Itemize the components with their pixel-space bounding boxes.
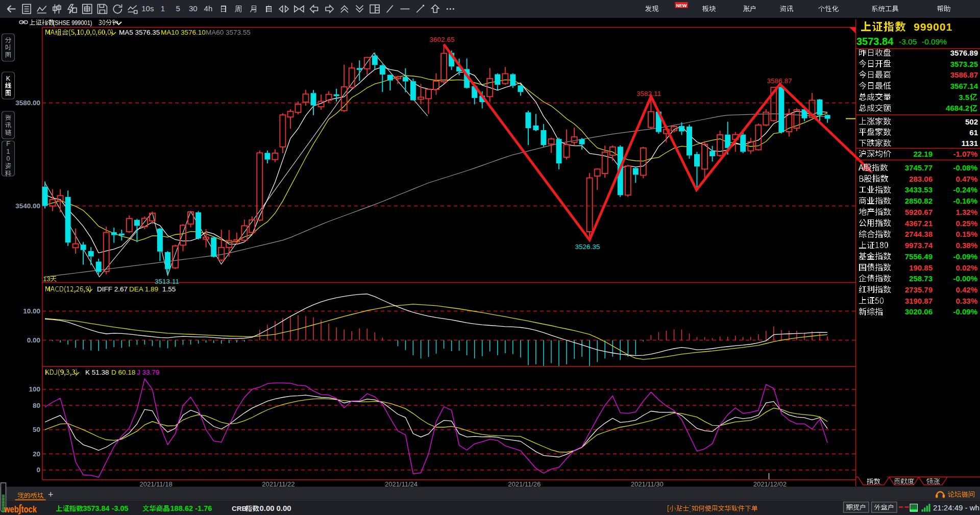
svg-text:3745.77: 3745.77 [905, 163, 933, 172]
svg-text:3573.25: 3573.25 [950, 60, 978, 68]
svg-text:999001: 999001 [914, 21, 952, 33]
svg-text:K 51.38: K 51.38 [85, 369, 109, 376]
svg-text:30: 30 [189, 4, 198, 13]
svg-text:0.42%: 0.42% [955, 285, 977, 294]
svg-text:3582.11: 3582.11 [636, 90, 661, 97]
svg-text:0.15%: 0.15% [955, 230, 977, 238]
svg-text:20: 20 [33, 450, 40, 458]
svg-text:D 60.18: D 60.18 [111, 369, 135, 376]
svg-text:4h: 4h [204, 4, 213, 13]
svg-text:3513.11: 3513.11 [155, 278, 179, 285]
svg-text:-0.09%: -0.09% [953, 252, 977, 261]
svg-text:2021/11/30: 2021/11/30 [631, 480, 664, 488]
svg-text:3020.06: 3020.06 [905, 307, 933, 316]
svg-text:-3.05: -3.05 [899, 37, 917, 46]
svg-text:K: K [6, 75, 11, 82]
svg-text:0.47%: 0.47% [955, 175, 977, 183]
svg-text:-0.09%: -0.09% [953, 307, 977, 316]
svg-text:3586.87: 3586.87 [950, 70, 978, 79]
svg-text:0.00: 0.00 [27, 336, 40, 344]
svg-text:-0.24%: -0.24% [953, 185, 977, 194]
svg-text:9973.74: 9973.74 [905, 241, 933, 250]
svg-text:2744.38: 2744.38 [905, 230, 933, 238]
svg-text:0.25%: 0.25% [955, 219, 977, 228]
svg-text:2021/11/24: 2021/11/24 [385, 480, 418, 488]
svg-text:190.85: 190.85 [909, 263, 933, 272]
svg-text:2850.82: 2850.82 [905, 197, 933, 205]
svg-text:0: 0 [7, 155, 10, 162]
svg-text:5920.67: 5920.67 [905, 208, 933, 216]
svg-text:3573.84: 3573.84 [856, 36, 894, 47]
svg-text:100: 100 [29, 385, 40, 393]
svg-text:3567.14: 3567.14 [950, 82, 978, 90]
svg-text:1.55: 1.55 [162, 285, 176, 293]
svg-text:MA5 3576.35: MA5 3576.35 [119, 29, 160, 36]
svg-text:3580.00: 3580.00 [15, 99, 40, 107]
svg-text:NEW: NEW [676, 3, 688, 8]
svg-text:DIFF 2.67: DIFF 2.67 [97, 285, 128, 293]
svg-text:0.33%: 0.33% [955, 297, 977, 305]
svg-text:2021/12/02: 2021/12/02 [753, 480, 787, 488]
svg-text:2735.79: 2735.79 [905, 285, 933, 294]
svg-text:283.06: 283.06 [909, 175, 933, 183]
svg-text:3602.65: 3602.65 [430, 36, 455, 43]
svg-text:80: 80 [33, 402, 40, 409]
svg-text:0.02%: 0.02% [955, 263, 977, 272]
svg-text:3433.53: 3433.53 [905, 185, 933, 194]
svg-text:22.19: 22.19 [913, 150, 933, 158]
svg-text:MA10 3576.10: MA10 3576.10 [161, 29, 206, 36]
svg-text:4684.2: 4684.2 [946, 104, 969, 112]
svg-text:3540.00: 3540.00 [15, 202, 40, 210]
svg-text:258.73: 258.73 [909, 274, 933, 283]
svg-text:-1.07%: -1.07% [953, 150, 977, 158]
svg-text:3586.87: 3586.87 [767, 77, 792, 85]
svg-text:J 33.79: J 33.79 [137, 369, 159, 376]
svg-text:188.62 -1.76: 188.62 -1.76 [170, 504, 212, 512]
svg-text:10s: 10s [141, 4, 154, 13]
svg-text:4367.21: 4367.21 [905, 219, 933, 228]
svg-text:3.5: 3.5 [959, 93, 969, 102]
svg-text:1131: 1131 [961, 139, 978, 148]
svg-text:-0.09%: -0.09% [922, 37, 947, 46]
svg-text:10.00: 10.00 [23, 307, 40, 315]
svg-text:+: + [48, 489, 54, 500]
svg-text:2021/11/22: 2021/11/22 [262, 480, 295, 488]
svg-text:61: 61 [969, 128, 978, 137]
svg-text:DEA 1.89: DEA 1.89 [129, 285, 158, 293]
svg-text:3573.84 -3.05: 3573.84 -3.05 [83, 504, 129, 512]
svg-text:3526.35: 3526.35 [575, 243, 600, 251]
svg-text:1.32%: 1.32% [955, 208, 977, 216]
svg-text:MA60 3573.55: MA60 3573.55 [206, 29, 251, 36]
svg-text:0.00 0.00: 0.00 0.00 [260, 504, 291, 512]
svg-text:21:24:49 - wh: 21:24:49 - wh [933, 503, 979, 512]
svg-text:0: 0 [36, 466, 40, 474]
svg-text:7556.49: 7556.49 [905, 252, 933, 261]
svg-text:2021/11/18: 2021/11/18 [140, 480, 173, 488]
svg-text:50: 50 [33, 426, 40, 433]
svg-text:5: 5 [176, 4, 180, 13]
svg-text:3190.87: 3190.87 [905, 297, 933, 305]
svg-text:-0.08%: -0.08% [953, 163, 977, 172]
svg-text:-0.00%: -0.00% [953, 274, 977, 283]
svg-text:1: 1 [7, 148, 10, 155]
svg-text:502: 502 [965, 117, 978, 126]
svg-text:-0.16%: -0.16% [953, 197, 977, 205]
svg-text:F: F [6, 140, 10, 148]
svg-text:(SHSE 999001): (SHSE 999001) [53, 19, 92, 27]
svg-text:web∫tock: web∫tock [4, 502, 37, 514]
svg-text:3576.89: 3576.89 [950, 48, 978, 57]
svg-text:13: 13 [43, 275, 50, 283]
svg-text:0.38%: 0.38% [955, 241, 977, 250]
svg-text:2021/11/26: 2021/11/26 [508, 480, 541, 488]
svg-text:1: 1 [161, 4, 165, 13]
svg-text:CRB: CRB [232, 505, 247, 512]
